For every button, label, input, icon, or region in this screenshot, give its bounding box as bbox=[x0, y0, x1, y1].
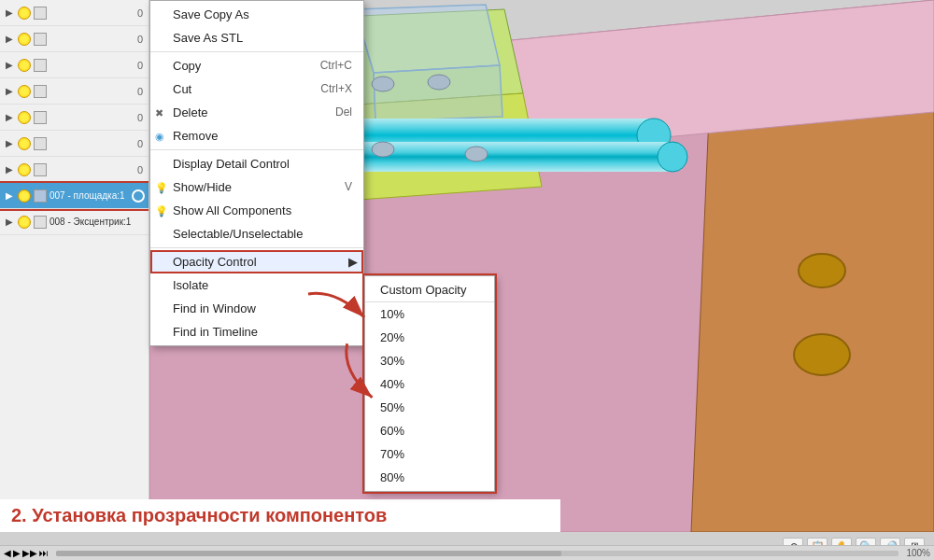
expand-arrow[interactable]: ▶ bbox=[4, 60, 15, 71]
submenu-label: 80% bbox=[380, 470, 404, 484]
visibility-icon[interactable] bbox=[18, 189, 31, 203]
component-icon bbox=[34, 111, 47, 124]
menu-item-show-hide[interactable]: 💡 Show/Hide V bbox=[150, 175, 363, 199]
submenu-custom-opacity[interactable]: Custom Opacity bbox=[365, 278, 494, 302]
row-label: 008 - Эксцентрик:1 bbox=[50, 217, 131, 227]
tree-row[interactable]: ▶ 0 bbox=[0, 78, 149, 105]
tree-row[interactable]: ▶ 0 bbox=[0, 105, 149, 131]
menu-item-copy[interactable]: Copy Ctrl+C bbox=[150, 54, 363, 77]
row-number: 0 bbox=[137, 164, 143, 175]
tree-row[interactable]: ▶ 0 bbox=[0, 157, 149, 183]
annotation-label: 2. Установка прозрачности компонентов bbox=[11, 505, 387, 525]
svg-point-20 bbox=[465, 147, 488, 161]
row-number: 0 bbox=[137, 60, 143, 71]
submenu-label: 70% bbox=[380, 447, 404, 461]
expand-arrow[interactable]: ▶ bbox=[4, 34, 15, 45]
timeline-end-label: 100% bbox=[906, 548, 930, 558]
left-panel: ▶ 0 ▶ 0 ▶ 0 ▶ 0 ▶ 0 ▶ 0 ▶ 0 ▶ bbox=[0, 0, 149, 523]
visibility-icon[interactable] bbox=[18, 163, 31, 176]
menu-item-opacity-control[interactable]: Opacity Control ▶ bbox=[150, 250, 363, 273]
menu-label: Cut bbox=[173, 82, 191, 96]
menu-label: Display Detail Control bbox=[173, 157, 290, 171]
menu-label: Copy bbox=[173, 59, 201, 73]
component-icon bbox=[34, 163, 47, 176]
submenu-80[interactable]: 80% bbox=[365, 466, 494, 489]
menu-item-save-stl[interactable]: Save As STL bbox=[150, 26, 363, 49]
remove-icon: ◉ bbox=[155, 130, 164, 142]
component-icon bbox=[34, 59, 47, 72]
submenu-10[interactable]: 10% bbox=[365, 302, 494, 326]
visibility-icon[interactable] bbox=[18, 111, 31, 124]
nav-next[interactable]: ▶ bbox=[13, 548, 21, 558]
expand-arrow[interactable]: ▶ bbox=[4, 164, 15, 175]
visibility-icon[interactable] bbox=[18, 85, 31, 98]
expand-arrow[interactable]: ▶ bbox=[4, 112, 15, 123]
visibility-icon[interactable] bbox=[18, 137, 31, 150]
tree-row-selected[interactable]: ▶ 007 - площадка:1 bbox=[0, 183, 149, 209]
menu-item-delete[interactable]: ✖ Delete Del bbox=[150, 101, 363, 124]
component-icon bbox=[34, 137, 47, 150]
tree-row[interactable]: ▶ 0 bbox=[0, 52, 149, 78]
row-number: 0 bbox=[137, 138, 143, 149]
component-icon bbox=[34, 7, 47, 20]
svg-marker-6 bbox=[355, 5, 500, 73]
expand-arrow[interactable]: ▶ bbox=[4, 217, 15, 228]
timeline-bar[interactable] bbox=[56, 551, 899, 556]
tree-row[interactable]: ▶ 0 bbox=[0, 0, 149, 26]
delete-icon: ✖ bbox=[155, 106, 163, 119]
menu-separator-3 bbox=[150, 247, 363, 248]
menu-label: Opacity Control bbox=[173, 255, 257, 269]
nav-buttons: ◀ ▶ ▶▶ ⏭ bbox=[4, 548, 49, 558]
menu-separator-2 bbox=[150, 149, 363, 150]
visibility-icon[interactable] bbox=[18, 33, 31, 46]
submenu-label: 60% bbox=[380, 424, 404, 438]
component-icon bbox=[34, 85, 47, 98]
visibility-icon[interactable] bbox=[18, 7, 31, 20]
visibility-icon[interactable] bbox=[18, 216, 31, 229]
svg-point-14 bbox=[658, 142, 687, 172]
bulb-all-icon: 💡 bbox=[155, 204, 168, 217]
svg-marker-1 bbox=[691, 75, 934, 532]
red-arrow-1 bbox=[299, 285, 374, 339]
shortcut-cut: Ctrl+X bbox=[320, 82, 352, 95]
circle-indicator bbox=[132, 189, 145, 203]
row-label: 007 - площадка:1 bbox=[50, 190, 125, 201]
menu-label: Isolate bbox=[173, 278, 208, 292]
visibility-icon[interactable] bbox=[18, 59, 31, 72]
submenu-70[interactable]: 70% bbox=[365, 442, 494, 466]
bulb-menu-icon: 💡 bbox=[155, 181, 168, 193]
svg-point-16 bbox=[799, 254, 845, 287]
menu-label: Find in Timeline bbox=[173, 325, 258, 339]
tree-row[interactable]: ▶ 0 bbox=[0, 131, 149, 157]
row-number: 0 bbox=[137, 112, 143, 123]
expand-arrow[interactable]: ▶ bbox=[4, 138, 15, 149]
menu-item-show-all[interactable]: 💡 Show All Components bbox=[150, 199, 363, 222]
expand-arrow[interactable]: ▶ bbox=[4, 7, 15, 19]
submenu-label: Custom Opacity bbox=[380, 283, 466, 297]
menu-separator bbox=[150, 51, 363, 52]
tree-row[interactable]: ▶ 0 bbox=[0, 26, 149, 52]
menu-label: Delete bbox=[173, 105, 208, 119]
svg-marker-8 bbox=[374, 65, 502, 121]
menu-label: Find in Window bbox=[173, 301, 256, 315]
svg-point-19 bbox=[372, 142, 394, 157]
menu-label: Show All Components bbox=[173, 203, 291, 217]
expand-arrow[interactable]: ▶ bbox=[4, 190, 15, 202]
menu-item-cut[interactable]: Cut Ctrl+X bbox=[150, 77, 363, 101]
expand-arrow[interactable]: ▶ bbox=[4, 86, 15, 97]
nav-prev[interactable]: ◀ bbox=[4, 548, 11, 558]
submenu-60[interactable]: 60% bbox=[365, 419, 494, 442]
submenu-20[interactable]: 20% bbox=[365, 326, 494, 349]
menu-item-selectable[interactable]: Selectable/Unselectable bbox=[150, 222, 363, 245]
menu-label: Remove bbox=[173, 129, 218, 143]
nav-end[interactable]: ⏭ bbox=[39, 548, 49, 558]
timeline-progress bbox=[56, 551, 561, 556]
tree-row-008[interactable]: ▶ 008 - Эксцентрик:1 bbox=[0, 209, 149, 235]
menu-item-remove[interactable]: ◉ Remove bbox=[150, 124, 363, 147]
menu-item-display-detail[interactable]: Display Detail Control bbox=[150, 152, 363, 175]
nav-play[interactable]: ▶▶ bbox=[22, 548, 37, 558]
shortcut-del: Del bbox=[335, 105, 352, 119]
row-number: 0 bbox=[137, 7, 143, 19]
menu-item-save-copy-as[interactable]: Save Copy As bbox=[150, 3, 363, 26]
bottom-scrollbar[interactable]: ◀ ▶ ▶▶ ⏭ 100% bbox=[0, 545, 934, 560]
